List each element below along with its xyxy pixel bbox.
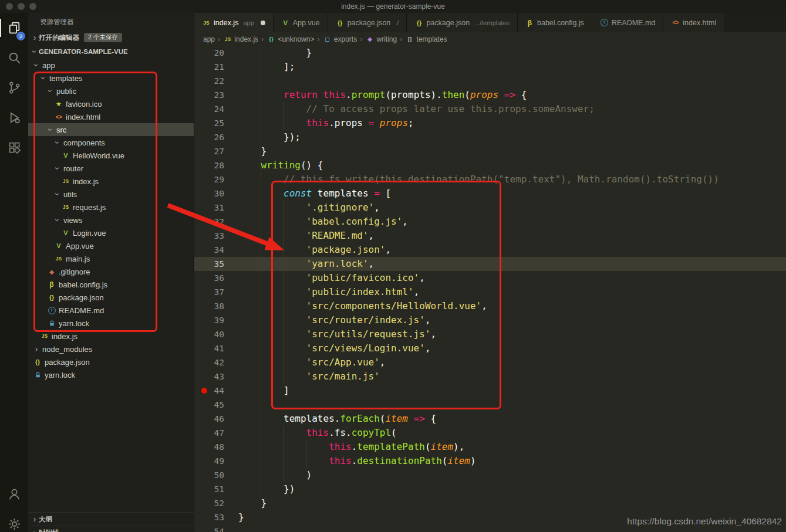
breadcrumb-item-app[interactable]: app <box>203 35 215 43</box>
tab-index.js[interactable]: JSindex.jsapp <box>194 13 274 32</box>
code-line-28[interactable]: 28 writing() { <box>194 158 786 172</box>
code-line-34[interactable]: 34 'package.json', <box>194 243 786 257</box>
tree-item-yarn.lock[interactable]: yarn.lock <box>28 317 194 330</box>
breadcrumb-item-exports[interactable]: ◻exports <box>323 35 357 43</box>
gutter-line-number[interactable]: 29 <box>194 172 238 187</box>
search-activity-button[interactable] <box>0 43 28 73</box>
code-line-36[interactable]: 36 'public/favicon.ico', <box>194 271 786 285</box>
code-line-21[interactable]: 21 ]; <box>194 60 786 74</box>
window-minimize-button[interactable] <box>18 3 25 10</box>
gutter-line-number[interactable]: 47 <box>194 426 238 440</box>
code-line-24[interactable]: 24 // To access props later use this.pro… <box>194 102 786 116</box>
code-line-42[interactable]: 42 'src/App.vue', <box>194 355 786 370</box>
tab-App.vue[interactable]: VApp.vue <box>274 13 328 32</box>
gutter-line-number[interactable]: 28 <box>194 158 238 172</box>
tree-item-HelloWorld.vue[interactable]: VHelloWorld.vue <box>28 149 194 162</box>
gutter-line-number[interactable]: 42 <box>194 355 238 370</box>
code-line-39[interactable]: 39 'src/router/index.js', <box>194 313 786 327</box>
code-editor[interactable]: 20 }21 ];2223 return this.prompt(prompts… <box>194 46 786 532</box>
gutter-line-number[interactable]: 40 <box>194 327 238 341</box>
gutter-line-number[interactable]: 41 <box>194 341 238 355</box>
code-line-26[interactable]: 26 }); <box>194 130 786 144</box>
gutter-line-number[interactable]: 37 <box>194 285 238 299</box>
code-line-29[interactable]: 29 // this.fs.write(this.destinationPath… <box>194 172 786 187</box>
tree-item-router[interactable]: ›router <box>28 162 194 175</box>
code-line-43[interactable]: 43 'src/main.js' <box>194 370 786 384</box>
timeline-section-header[interactable]: › 时间线 <box>28 526 194 532</box>
breakpoint-icon[interactable] <box>201 388 207 394</box>
open-editors-section-header[interactable]: › 打开的编辑器 2 个未保存 <box>28 31 194 45</box>
tree-item-views[interactable]: ›views <box>28 214 194 226</box>
gutter-line-number[interactable]: 27 <box>194 144 238 158</box>
gutter-line-number[interactable]: 30 <box>194 187 238 201</box>
gutter-line-number[interactable]: 51 <box>194 482 238 496</box>
settings-gear-button[interactable] <box>0 509 28 532</box>
tree-item-babel.config.js[interactable]: βbabel.config.js <box>28 278 194 291</box>
gutter-line-number[interactable]: 31 <box>194 201 238 215</box>
tree-item-index.js[interactable]: JSindex.js <box>28 330 194 343</box>
code-line-45[interactable]: 45 <box>194 398 786 412</box>
tree-item-.gitignore[interactable]: ◆.gitignore <box>28 265 194 278</box>
breadcrumb-item-templates[interactable]: []templates <box>406 35 447 43</box>
code-line-32[interactable]: 32 'babel.config.js', <box>194 215 786 229</box>
tree-item-main.js[interactable]: JSmain.js <box>28 252 194 265</box>
gutter-line-number[interactable]: 44 <box>194 384 238 398</box>
tree-item-index.html[interactable]: <>index.html <box>28 110 194 123</box>
code-line-46[interactable]: 46 templates.forEach(item => { <box>194 412 786 426</box>
gutter-line-number[interactable]: 48 <box>194 440 238 454</box>
window-zoom-button[interactable] <box>29 3 36 10</box>
code-line-44[interactable]: 44 ] <box>194 384 786 398</box>
tree-item-templates[interactable]: ›templates <box>28 72 194 84</box>
gutter-line-number[interactable]: 24 <box>194 102 238 116</box>
code-line-23[interactable]: 23 return this.prompt(prompts).then(prop… <box>194 88 786 102</box>
tab-babel.config.js[interactable]: βbabel.config.js <box>518 13 592 32</box>
tree-item-public[interactable]: ›public <box>28 84 194 97</box>
code-line-47[interactable]: 47 this.fs.copyTpl( <box>194 426 786 440</box>
tree-item-yarn.lock[interactable]: yarn.lock <box>28 368 194 381</box>
tree-item-src[interactable]: ›src <box>28 123 194 136</box>
code-line-52[interactable]: 52 } <box>194 496 786 510</box>
files-activity-button[interactable]: 2 <box>0 13 28 43</box>
code-line-41[interactable]: 41 'src/views/Login.vue', <box>194 341 786 355</box>
code-line-48[interactable]: 48 this.templatePath(item), <box>194 440 786 454</box>
tree-item-package.json[interactable]: {}package.json <box>28 291 194 304</box>
code-line-50[interactable]: 50 ) <box>194 468 786 482</box>
code-line-25[interactable]: 25 this.props = props; <box>194 116 786 130</box>
code-line-51[interactable]: 51 }) <box>194 482 786 496</box>
gutter-line-number[interactable]: 26 <box>194 130 238 144</box>
code-line-27[interactable]: 27 } <box>194 144 786 158</box>
outline-section-header[interactable]: › 大纲 <box>28 512 194 526</box>
code-line-40[interactable]: 40 'src/utils/request.js', <box>194 327 786 341</box>
tree-item-Login.vue[interactable]: VLogin.vue <box>28 226 194 239</box>
tree-item-components[interactable]: ›components <box>28 136 194 149</box>
code-line-49[interactable]: 49 this.destinationPath(item) <box>194 454 786 468</box>
code-line-30[interactable]: 30 const templates = [ <box>194 187 786 201</box>
code-line-20[interactable]: 20 } <box>194 46 786 60</box>
tab-package.json[interactable]: {}package.json.../templates <box>407 13 518 32</box>
breadcrumb-item-writing[interactable]: ◆writing <box>366 35 397 43</box>
gutter-line-number[interactable]: 39 <box>194 313 238 327</box>
tab-README.md[interactable]: iREADME.md <box>592 13 663 32</box>
gutter-line-number[interactable]: 54 <box>194 524 238 532</box>
code-line-35[interactable]: 35 'yarn.lock', <box>194 257 786 271</box>
gutter-line-number[interactable]: 49 <box>194 454 238 468</box>
gutter-line-number[interactable]: 35 <box>194 257 238 271</box>
tree-item-utils[interactable]: ›utils <box>28 188 194 201</box>
tree-item-README.md[interactable]: iREADME.md <box>28 304 194 317</box>
tree-item-node_modules[interactable]: ›node_modules <box>28 343 194 355</box>
tab-package.json[interactable]: {}package.json./ <box>328 13 407 32</box>
source-control-activity-button[interactable] <box>0 73 28 103</box>
gutter-line-number[interactable]: 46 <box>194 412 238 426</box>
gutter-line-number[interactable]: 23 <box>194 88 238 102</box>
code-line-22[interactable]: 22 <box>194 74 786 88</box>
run-debug-activity-button[interactable] <box>0 103 28 133</box>
gutter-line-number[interactable]: 52 <box>194 496 238 510</box>
gutter-line-number[interactable]: 34 <box>194 243 238 257</box>
gutter-line-number[interactable]: 21 <box>194 60 238 74</box>
gutter-line-number[interactable]: 53 <box>194 510 238 524</box>
tree-item-request.js[interactable]: JSrequest.js <box>28 201 194 214</box>
tab-index.html[interactable]: <>index.html <box>663 13 724 32</box>
tree-item-App.vue[interactable]: VApp.vue <box>28 239 194 252</box>
gutter-line-number[interactable]: 25 <box>194 116 238 130</box>
tree-item-package.json[interactable]: {}package.json <box>28 355 194 368</box>
